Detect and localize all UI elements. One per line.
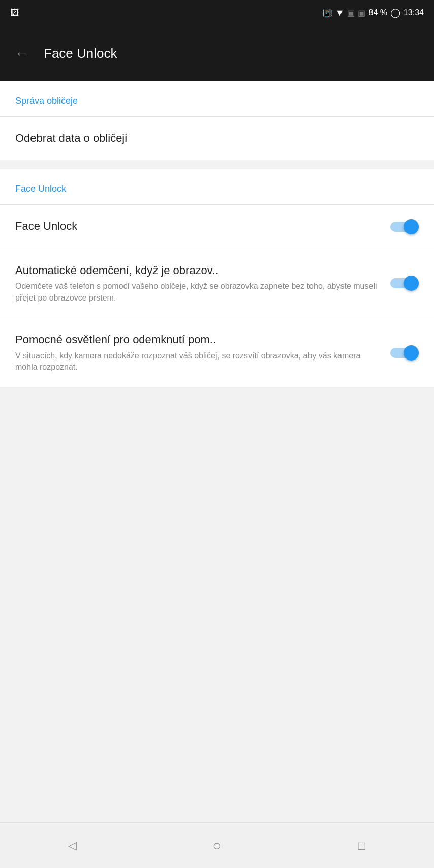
remove-face-data-item[interactable]: Odebrat data o obličeji: [0, 116, 434, 160]
nav-home-icon: ○: [213, 837, 222, 854]
aux-lighting-toggle[interactable]: [390, 345, 419, 361]
face-management-section: Správa obličeje Odebrat data o obličeji: [0, 81, 434, 160]
auto-unlock-item-text: Automatické odemčení, když je obrazov.. …: [15, 263, 390, 304]
vibrate-icon: 📳: [322, 8, 332, 18]
aux-lighting-item-desc: V situacích, kdy kamera nedokáže rozpozn…: [15, 350, 380, 373]
face-unlock-toggle[interactable]: [390, 219, 419, 234]
back-button[interactable]: ←: [15, 46, 28, 62]
auto-unlock-item[interactable]: Automatické odemčení, když je obrazov.. …: [0, 249, 434, 318]
aux-lighting-item[interactable]: Pomocné osvětlení pro odemknutí pom.. V …: [0, 318, 434, 387]
toggle-thumb-3: [404, 345, 419, 361]
nav-home-button[interactable]: ○: [202, 830, 232, 861]
face-management-header: Správa obličeje: [0, 81, 434, 116]
status-bar: 🖼 📳 ▼ ▣ ▣ 84 % ◯ 13:34: [0, 0, 434, 25]
aux-lighting-item-text: Pomocné osvětlení pro odemknutí pom.. V …: [15, 333, 390, 373]
app-bar: ← Face Unlock: [0, 25, 434, 81]
face-unlock-section: Face Unlock Face Unlock Automatické odem…: [0, 169, 434, 387]
content-area: Správa obličeje Odebrat data o obličeji …: [0, 81, 434, 822]
time-display: 13:34: [404, 8, 424, 17]
battery-icon: ◯: [390, 7, 400, 18]
toggle-thumb-1: [404, 219, 419, 234]
app-bar-title: Face Unlock: [44, 46, 117, 62]
remove-face-data-text: Odebrat data o obličeji: [15, 131, 419, 146]
gallery-icon: 🖼: [10, 8, 19, 18]
toggle-thumb-2: [404, 276, 419, 291]
empty-space: [0, 387, 434, 692]
nav-recent-button[interactable]: □: [347, 830, 377, 861]
section-gap-1: [0, 160, 434, 169]
wifi-icon: ▼: [335, 8, 345, 18]
battery-text: 84 %: [368, 8, 387, 17]
aux-lighting-item-title: Pomocné osvětlení pro odemknutí pom..: [15, 333, 380, 347]
status-icons: 📳 ▼ ▣ ▣ 84 % ◯ 13:34: [322, 7, 424, 18]
auto-unlock-item-desc: Odemčete váš telefon s pomocí vašeho obl…: [15, 281, 380, 304]
auto-unlock-toggle[interactable]: [390, 276, 419, 291]
remove-face-data-title: Odebrat data o obličeji: [15, 131, 409, 146]
nav-recent-icon: □: [358, 839, 365, 853]
auto-unlock-item-title: Automatické odemčení, když je obrazov..: [15, 263, 380, 278]
face-unlock-item[interactable]: Face Unlock: [0, 204, 434, 249]
face-unlock-section-header: Face Unlock: [0, 169, 434, 204]
nav-back-button[interactable]: ◁: [57, 830, 87, 861]
face-unlock-item-title: Face Unlock: [15, 219, 380, 234]
status-bar-left: 🖼: [10, 8, 318, 18]
signal-icon-1: ▣: [347, 8, 355, 18]
bottom-nav: ◁ ○ □: [0, 822, 434, 868]
signal-icon-2: ▣: [358, 8, 365, 18]
nav-back-icon: ◁: [68, 839, 77, 852]
face-unlock-item-text: Face Unlock: [15, 219, 390, 234]
